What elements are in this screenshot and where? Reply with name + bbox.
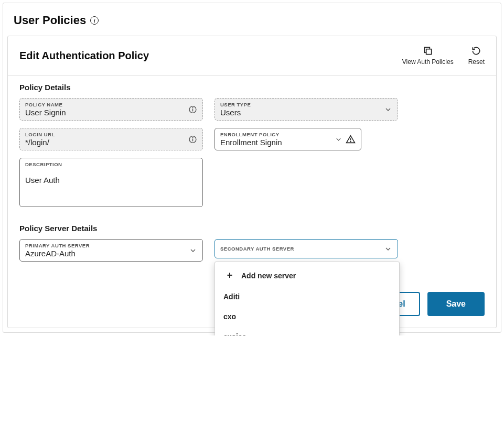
svg-point-7	[192, 137, 193, 138]
policy-server-section: Policy Server Details PRIMARY AUTH SERVE…	[8, 216, 496, 271]
add-new-label: Add new server	[241, 272, 296, 280]
chevron-down-icon	[384, 245, 392, 253]
policy-name-label: POLICY NAME	[25, 102, 197, 107]
panel-actions: View Auth Policies Reset	[402, 46, 485, 66]
enrollment-icons	[335, 134, 356, 144]
svg-rect-1	[426, 49, 431, 55]
view-auth-label: View Auth Policies	[402, 58, 454, 66]
stack-icon	[423, 46, 433, 56]
policy-details-section: Policy Details POLICY NAME User Signin U…	[8, 75, 496, 216]
dropdown-option[interactable]: cxoics	[215, 327, 399, 335]
secondary-auth-dropdown: + Add new server Aditicxocxoicscxonewnet…	[215, 262, 400, 335]
secondary-wrap: SECONDARY AUTH SERVER + Add new server A…	[215, 239, 398, 262]
row-3: DESCRIPTION User Auth	[19, 158, 485, 207]
reset-label: Reset	[468, 58, 485, 66]
secondary-auth-label: SECONDARY AUTH SERVER	[220, 246, 392, 252]
dropdown-option[interactable]: cxo	[215, 307, 399, 327]
user-type-field: USER TYPE Users	[215, 98, 398, 121]
panel-header: Edit Authentication Policy View Auth Pol…	[8, 36, 496, 75]
login-url-label: LOGIN URL	[25, 132, 197, 137]
panel-title: Edit Authentication Policy	[19, 50, 149, 62]
login-url-field: LOGIN URL */login/	[19, 128, 203, 150]
user-type-value: Users	[220, 108, 392, 117]
user-type-label: USER TYPE	[220, 102, 392, 107]
policy-server-title: Policy Server Details	[19, 224, 485, 233]
dropdown-option[interactable]: Aditi	[215, 287, 399, 307]
info-icon[interactable]	[188, 135, 197, 144]
page-title: User Policies	[14, 14, 86, 27]
secondary-auth-server-field[interactable]: SECONDARY AUTH SERVER	[215, 239, 398, 258]
policy-name-field: POLICY NAME User Signin	[19, 98, 203, 121]
edit-panel: Edit Authentication Policy View Auth Pol…	[7, 36, 497, 328]
primary-auth-label: PRIMARY AUTH SERVER	[25, 243, 197, 248]
enrollment-policy-field[interactable]: ENROLLMENT POLICY Enrollment Signin	[215, 128, 361, 150]
svg-point-4	[192, 107, 193, 108]
page-header: User Policies i	[3, 3, 501, 36]
plus-icon: +	[223, 270, 236, 281]
reset-icon	[471, 46, 481, 56]
info-icon[interactable]	[188, 105, 197, 114]
primary-auth-server-field[interactable]: PRIMARY AUTH SERVER AzureAD-Auth	[19, 239, 203, 262]
info-icon[interactable]: i	[90, 16, 99, 25]
description-label: DESCRIPTION	[25, 161, 197, 167]
add-new-server-option[interactable]: + Add new server	[215, 264, 399, 287]
description-value: User Auth	[25, 176, 197, 184]
chevron-down-icon	[384, 105, 392, 114]
server-row: PRIMARY AUTH SERVER AzureAD-Auth SECONDA…	[19, 239, 485, 262]
primary-auth-value: AzureAD-Auth	[25, 249, 197, 258]
reset-button[interactable]: Reset	[468, 46, 485, 66]
row-1: POLICY NAME User Signin USER TYPE Users	[19, 98, 485, 121]
save-button[interactable]: Save	[427, 292, 485, 316]
svg-point-9	[350, 141, 351, 142]
row-2: LOGIN URL */login/ ENROLLMENT POLICY Enr…	[19, 128, 485, 150]
policy-name-value: User Signin	[25, 108, 197, 117]
description-field[interactable]: DESCRIPTION User Auth	[19, 158, 203, 207]
policy-details-title: Policy Details	[19, 83, 485, 92]
view-auth-policies-button[interactable]: View Auth Policies	[402, 46, 454, 66]
login-url-value: */login/	[25, 138, 197, 147]
page-container: User Policies i Edit Authentication Poli…	[3, 3, 501, 333]
chevron-down-icon	[189, 246, 197, 255]
